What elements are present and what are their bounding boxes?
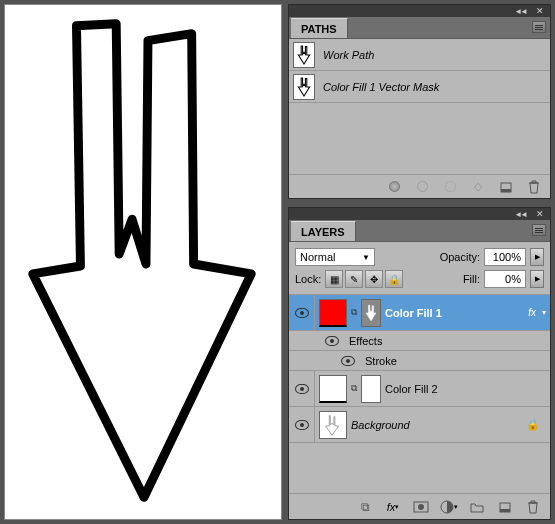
blend-mode-dropdown[interactable]: Normal ▼ (295, 248, 375, 266)
layers-panel: ◄◄ ✕ LAYERS Normal ▼ Opacity: 100% ▶ Loc… (288, 207, 551, 520)
tab-paths[interactable]: PATHS (291, 18, 348, 38)
mask-thumbnail[interactable] (361, 299, 381, 327)
path-thumbnail (293, 74, 315, 100)
layer-color-fill-2[interactable]: ⧉ Color Fill 2 (289, 371, 550, 407)
eye-icon (341, 356, 355, 366)
visibility-toggle[interactable] (289, 371, 315, 406)
tab-bar: LAYERS (289, 220, 550, 242)
panel-menu-icon[interactable] (532, 21, 546, 33)
paths-panel: ◄◄ ✕ PATHS Work Path Color Fill 1 Vector… (288, 4, 551, 199)
collapse-icon[interactable]: ◄◄ (514, 210, 526, 219)
layer-thumbnail[interactable] (319, 411, 347, 439)
paths-footer: ◇ (289, 174, 550, 198)
delete-path-icon[interactable] (526, 179, 542, 195)
link-icon[interactable]: ⧉ (351, 383, 357, 394)
eye-icon (295, 384, 309, 394)
panel-menu-icon[interactable] (532, 224, 546, 236)
layer-style-icon[interactable]: fx▾ (384, 498, 402, 516)
visibility-toggle[interactable] (335, 351, 361, 370)
lock-position-icon[interactable]: ✥ (365, 270, 383, 288)
close-icon[interactable]: ✕ (536, 209, 544, 219)
layer-controls: Normal ▼ Opacity: 100% ▶ Lock: ▦ ✎ ✥ 🔒 F… (289, 242, 550, 295)
layer-background[interactable]: Background 🔒 (289, 407, 550, 443)
new-path-icon[interactable] (498, 179, 514, 195)
path-list: Work Path Color Fill 1 Vector Mask (289, 39, 550, 103)
link-layers-icon[interactable]: ⧉ (356, 498, 374, 516)
visibility-toggle[interactable] (289, 295, 315, 330)
eye-icon (325, 336, 339, 346)
svg-rect-6 (500, 509, 510, 512)
selection-path-icon[interactable] (442, 179, 458, 195)
path-item[interactable]: Work Path (289, 39, 550, 71)
blend-mode-value: Normal (300, 251, 335, 263)
layer-name: Background (351, 419, 522, 431)
path-item[interactable]: Color Fill 1 Vector Mask (289, 71, 550, 103)
layer-thumbnail[interactable] (319, 375, 347, 403)
lock-transparency-icon[interactable]: ▦ (325, 270, 343, 288)
mask-thumbnail[interactable] (361, 375, 381, 403)
layer-color-fill-1[interactable]: ⧉ Color Fill 1 fx ▾ (289, 295, 550, 331)
opacity-label: Opacity: (440, 251, 480, 263)
tab-bar: PATHS (289, 17, 550, 39)
visibility-toggle[interactable] (319, 331, 345, 350)
tab-layers[interactable]: LAYERS (291, 221, 356, 241)
stroke-label: Stroke (365, 355, 397, 367)
link-icon[interactable]: ⧉ (351, 307, 357, 318)
stroke-effect-row[interactable]: Stroke (289, 351, 550, 371)
lock-all-icon[interactable]: 🔒 (385, 270, 403, 288)
delete-layer-icon[interactable] (524, 498, 542, 516)
fx-badge[interactable]: fx (528, 307, 536, 318)
layers-footer: ⧉ fx▾ ▾ (289, 493, 550, 519)
svg-point-3 (418, 504, 424, 510)
fill-path-icon[interactable] (386, 179, 402, 195)
lock-label: Lock: (295, 273, 321, 285)
stroke-path-icon[interactable] (414, 179, 430, 195)
layer-thumbnail[interactable] (319, 299, 347, 327)
lock-icon: 🔒 (526, 418, 540, 431)
panel-header: ◄◄ ✕ (289, 208, 550, 220)
path-thumbnail (293, 42, 315, 68)
effects-row[interactable]: Effects (289, 331, 550, 351)
eye-icon (295, 308, 309, 318)
layer-list: ⧉ Color Fill 1 fx ▾ Effects Stroke ⧉ (289, 295, 550, 443)
adjustment-layer-icon[interactable]: ▾ (440, 498, 458, 516)
chevron-down-icon[interactable]: ▾ (542, 308, 546, 317)
layer-name: Color Fill 1 (385, 307, 524, 319)
fill-slider-icon[interactable]: ▶ (530, 270, 544, 288)
path-name: Work Path (323, 49, 374, 61)
lock-pixels-icon[interactable]: ✎ (345, 270, 363, 288)
visibility-toggle[interactable] (289, 407, 315, 442)
layer-name: Color Fill 2 (385, 383, 546, 395)
close-icon[interactable]: ✕ (536, 6, 544, 16)
group-icon[interactable] (468, 498, 486, 516)
eye-icon (295, 420, 309, 430)
collapse-icon[interactable]: ◄◄ (514, 7, 526, 16)
effects-label: Effects (349, 335, 382, 347)
path-name: Color Fill 1 Vector Mask (323, 81, 439, 93)
fill-input[interactable]: 0% (484, 270, 526, 288)
layer-mask-icon[interactable] (412, 498, 430, 516)
make-work-path-icon[interactable]: ◇ (470, 179, 486, 195)
chevron-down-icon: ▼ (362, 253, 370, 262)
document-canvas[interactable] (4, 4, 282, 520)
opacity-slider-icon[interactable]: ▶ (530, 248, 544, 266)
svg-rect-1 (501, 189, 511, 192)
fill-label: Fill: (463, 273, 480, 285)
opacity-input[interactable]: 100% (484, 248, 526, 266)
panel-header: ◄◄ ✕ (289, 5, 550, 17)
new-layer-icon[interactable] (496, 498, 514, 516)
